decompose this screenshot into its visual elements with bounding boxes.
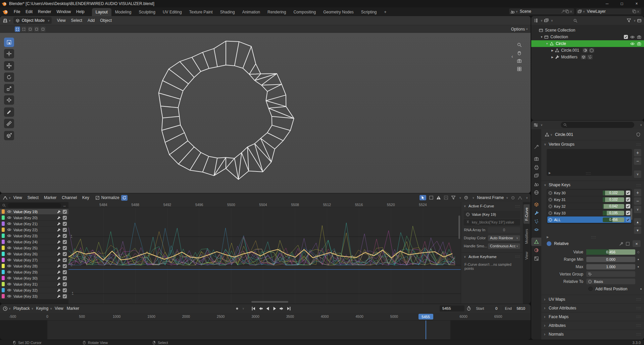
scene-selector[interactable]: ∨Scene xyxy=(509,8,575,15)
wrench-icon[interactable] xyxy=(57,270,61,274)
channel-mute-checkbox[interactable] xyxy=(63,264,67,268)
channel-row-key-27[interactable]: Value (Key 27) xyxy=(0,257,68,263)
eye-icon[interactable] xyxy=(7,282,11,286)
vertex-group-field[interactable] xyxy=(586,271,635,277)
current-frame-badge[interactable]: 5455 xyxy=(418,314,433,319)
workspace-tab-animation[interactable]: Animation xyxy=(239,8,264,16)
panel-normals[interactable]: ›Normals:::: xyxy=(541,330,644,338)
shape-key-row-all[interactable]: ALL0.456 xyxy=(547,216,631,223)
expander-icon[interactable]: ▼ xyxy=(539,36,544,39)
dashed-box-icon[interactable] xyxy=(429,195,434,200)
jump-first-icon[interactable] xyxy=(251,306,256,311)
channel-row-key-20[interactable]: Value (Key 20) xyxy=(0,215,68,221)
remove-shape-key-button[interactable]: − xyxy=(634,197,641,205)
properties-tab-wrench[interactable] xyxy=(531,209,541,217)
wrench-icon[interactable] xyxy=(57,276,61,280)
jump-last-icon[interactable] xyxy=(286,306,291,311)
shading-badge[interactable] xyxy=(589,48,594,53)
shape-key-row-key-30[interactable]: Key 300.102 xyxy=(547,190,631,196)
eye-icon[interactable] xyxy=(7,276,11,280)
channel-mute-checkbox[interactable] xyxy=(63,282,67,286)
number-field[interactable]: 0.000 xyxy=(586,257,635,262)
properties-tab-physics[interactable] xyxy=(531,226,541,234)
playhead-line[interactable] xyxy=(426,321,426,339)
panel-uv-maps[interactable]: ›UV Maps:::: xyxy=(541,295,644,303)
eye-icon[interactable] xyxy=(7,264,11,268)
timeline-menu-playback[interactable]: Playback∨ xyxy=(13,306,34,311)
workspace-tab-uv-editing[interactable]: UV Editing xyxy=(159,8,186,16)
channel-mute-checkbox[interactable] xyxy=(63,294,67,298)
menu-help[interactable]: Help xyxy=(73,9,87,14)
channel-search-input[interactable] xyxy=(8,203,61,208)
wrench-icon[interactable] xyxy=(57,258,61,262)
relative-checkbox[interactable] xyxy=(547,241,551,246)
dashed-box-icon[interactable] xyxy=(626,242,630,246)
prev-keyframe-icon[interactable] xyxy=(258,306,263,311)
target-icon[interactable] xyxy=(464,195,468,200)
wrench-icon[interactable] xyxy=(57,222,61,226)
shape-key-value-slider[interactable]: 0.456 xyxy=(603,217,624,222)
eye-icon[interactable] xyxy=(7,294,11,298)
view-layer-icon[interactable] xyxy=(544,18,549,23)
properties-tab-scene[interactable] xyxy=(531,180,541,188)
viewport-canvas[interactable]: ‹ xyxy=(0,33,531,193)
properties-tab-render[interactable] xyxy=(531,155,541,163)
timeline-menu-keying[interactable]: Keying∨ xyxy=(35,306,52,311)
channel-mute-checkbox[interactable] xyxy=(63,228,67,232)
vertex-groups-list[interactable]: ▶:::: xyxy=(547,149,632,176)
graph-menu-marker[interactable]: Marker xyxy=(41,195,59,200)
graph-editor[interactable]: ∨ViewSelectMarkerChannelKeyNormalize∨∨Ne… xyxy=(0,193,531,304)
graph-menu-channel[interactable]: Channel xyxy=(59,195,80,200)
value-slider[interactable]: 0.456 xyxy=(586,249,635,255)
workspace-tab-geometry-nodes[interactable]: Geometry Nodes xyxy=(319,8,357,16)
fcurves-plot[interactable] xyxy=(68,208,461,304)
pointer-icon[interactable] xyxy=(421,196,425,200)
funnel-icon[interactable] xyxy=(451,195,456,200)
shape-key-mute-checkbox[interactable] xyxy=(626,204,630,208)
eye-icon[interactable] xyxy=(7,270,11,274)
properties-tab-view-layer[interactable] xyxy=(531,171,541,180)
menu-file[interactable]: File xyxy=(11,9,23,14)
channel-mute-checkbox[interactable] xyxy=(63,222,67,226)
shape-key-mute-checkbox[interactable] xyxy=(626,197,630,202)
list-expander[interactable]: ▶ xyxy=(547,236,549,239)
copy-icon[interactable] xyxy=(565,9,569,13)
shape-key-mute-checkbox[interactable] xyxy=(626,211,630,215)
properties-search[interactable] xyxy=(561,122,634,128)
wrench-icon[interactable] xyxy=(57,240,61,244)
wrench-icon[interactable] xyxy=(57,252,61,256)
outliner-row-circle[interactable]: ▼Circle xyxy=(531,40,644,47)
shape-key-value-slider[interactable]: 0.042 xyxy=(603,204,624,209)
properties-tab-texture[interactable] xyxy=(531,254,541,263)
refresh-icon[interactable] xyxy=(122,196,127,200)
end-frame-field[interactable]: End5810 xyxy=(502,305,528,311)
move-up-button[interactable]: ▴ xyxy=(634,218,641,226)
channel-row-key-24[interactable]: Value (Key 24) xyxy=(0,239,68,245)
vertex-groups-panel-header[interactable]: ∨Vertex Groups:::: xyxy=(541,140,644,148)
bell-icon[interactable] xyxy=(518,196,522,200)
eye-icon[interactable] xyxy=(7,258,11,262)
active-fcurve-panel-header[interactable]: ∨Active F-Curve:::: xyxy=(461,202,523,210)
x-icon[interactable] xyxy=(636,10,640,13)
properties-tab-particles[interactable] xyxy=(531,217,541,226)
stopwatch-icon[interactable] xyxy=(466,306,471,311)
menu-render[interactable]: Render xyxy=(35,9,54,14)
shape-key-row-key-31[interactable]: Key 310.102 xyxy=(547,196,631,203)
viewport-menu-object[interactable]: Object xyxy=(97,18,114,23)
scrollbar[interactable] xyxy=(631,208,632,220)
eye-icon[interactable] xyxy=(7,252,11,256)
properties-tab-world[interactable] xyxy=(531,188,541,197)
wrench-icon[interactable] xyxy=(57,234,61,238)
keyframe-diamond-icon[interactable]: ◇ xyxy=(635,250,641,254)
curve-area[interactable]: 5484548854925496550055045508551255165520… xyxy=(68,202,461,304)
particles-badge[interactable] xyxy=(587,55,593,59)
eye-icon[interactable] xyxy=(7,209,11,214)
outliner-row-collection[interactable]: ▼Collection xyxy=(531,34,644,40)
eye-icon[interactable] xyxy=(7,228,11,232)
collection-icon[interactable] xyxy=(637,18,642,23)
exclude-checkbox[interactable] xyxy=(624,35,628,39)
options-dropdown[interactable]: Options∨ xyxy=(511,27,528,32)
cursor-toggle[interactable] xyxy=(419,195,426,200)
viewport-menu-select[interactable]: Select xyxy=(68,18,85,23)
workspace-tab-modeling[interactable]: Modeling xyxy=(111,8,135,16)
